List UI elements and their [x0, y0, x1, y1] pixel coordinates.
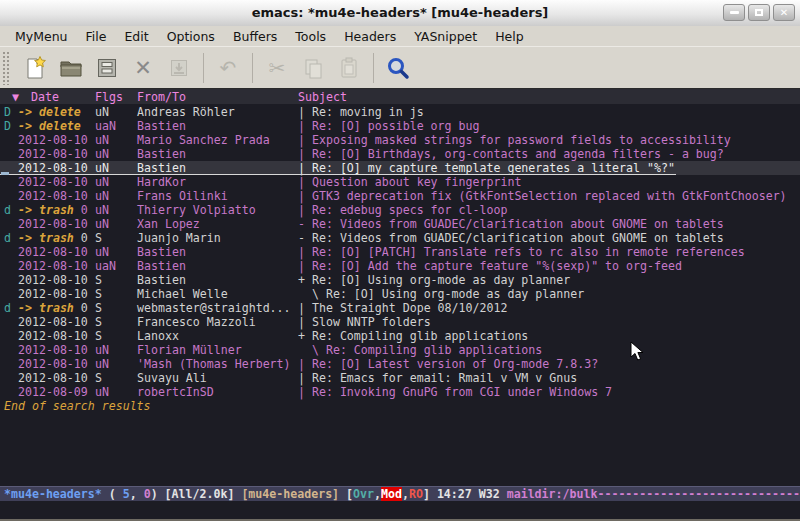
- save-button[interactable]: [94, 54, 120, 82]
- modeline-maildir: maildir:/bulk: [507, 487, 598, 501]
- message-row[interactable]: 2012-08-09 uN robertcInSD | Re: Invoking…: [0, 385, 800, 399]
- search-button[interactable]: [385, 54, 411, 82]
- save-icon: [95, 56, 119, 80]
- message-row[interactable]: 2012-08-10 uaN Bastien | Re: [O] Add the…: [0, 259, 800, 273]
- headers-header-line: ▼ Date Flgs From/To Subject: [0, 89, 800, 104]
- new-file-icon: [23, 56, 47, 80]
- message-row[interactable]: 2012-08-10 uN HardKor | Question about k…: [0, 175, 800, 189]
- modeline-major-mode: [mu4e-headers]: [241, 487, 339, 501]
- mouse-cursor: [630, 341, 644, 366]
- message-row[interactable]: 2012-08-10 uN Florian Müllner \ Re: Comp…: [0, 343, 800, 357]
- open-folder-icon: [59, 56, 83, 80]
- minimize-button[interactable]: [723, 4, 745, 21]
- modeline-modified-badge: Mod: [381, 487, 402, 501]
- window-title: emacs: *mu4e-headers* [mu4e-headers]: [0, 5, 800, 20]
- message-row[interactable]: 2012-08-10 uN Mario Sanchez Prada | Expo…: [0, 133, 800, 147]
- menu-item-buffers[interactable]: Buffers: [224, 28, 286, 45]
- message-row[interactable]: 2012-08-10 S Suvayu Ali | Re: Emacs for …: [0, 371, 800, 385]
- message-row[interactable]: 2012-08-10 uN Xan Lopez - Re: Videos fro…: [0, 217, 800, 231]
- echo-area[interactable]: [0, 501, 800, 519]
- message-row[interactable]: 2012-08-10 uN 'Mash (Thomas Herbert) | R…: [0, 357, 800, 371]
- save-as-button[interactable]: [166, 54, 192, 82]
- window-controls: ✕: [723, 4, 795, 21]
- modeline-column-number: 0: [144, 487, 151, 501]
- save-as-icon: [167, 56, 191, 80]
- message-row[interactable]: 2012-08-10 S Bastien + Re: [O] Using org…: [0, 273, 800, 287]
- close-file-icon: ✕: [134, 56, 152, 80]
- paste-icon: [337, 56, 361, 80]
- message-row[interactable]: 2012-08-10 S Michael Welle \ Re: [O] Usi…: [0, 287, 800, 301]
- minimize-icon: [730, 11, 739, 14]
- menubar: MyMenu File Edit Options Buffers Tools H…: [0, 26, 800, 46]
- close-icon: ✕: [780, 7, 788, 18]
- end-of-search-results: End of search results: [0, 399, 800, 413]
- column-header-date: Date: [31, 90, 59, 104]
- maximize-button[interactable]: [748, 4, 770, 21]
- menu-item-edit[interactable]: Edit: [115, 28, 157, 45]
- menu-item-headers[interactable]: Headers: [335, 28, 405, 45]
- column-header-flags: Flgs: [95, 90, 123, 104]
- paste-button[interactable]: [336, 54, 362, 82]
- toolbar-separator: [252, 53, 253, 83]
- modeline-ovr-indicator: Ovr: [353, 487, 374, 501]
- message-row[interactable]: d -> trash 0 S Juanjo Marin - Re: Videos…: [0, 231, 800, 245]
- message-row[interactable]: D -> delete uN Andreas Röhler | Re: movi…: [0, 105, 800, 119]
- modeline-buffer-name: *mu4e-headers*: [4, 487, 102, 501]
- close-file-button[interactable]: ✕: [130, 54, 156, 82]
- menu-item-tools[interactable]: Tools: [286, 28, 335, 45]
- toolbar-separator: [203, 53, 204, 83]
- maximize-icon: [755, 9, 763, 16]
- new-file-button[interactable]: [22, 54, 48, 82]
- open-folder-button[interactable]: [58, 54, 84, 82]
- modeline-line-number: 5: [123, 487, 130, 501]
- search-icon: [386, 56, 410, 80]
- message-row[interactable]: D -> delete uaN Bastien | Re: [O] possib…: [0, 119, 800, 133]
- close-button[interactable]: ✕: [773, 4, 795, 21]
- message-row[interactable]: 2012-08-10 S Francesco Mazzoli | Slow NN…: [0, 315, 800, 329]
- copy-icon: [301, 56, 325, 80]
- mode-line[interactable]: *mu4e-headers* ( 5, 0) [All/2.0k] [mu4e-…: [0, 486, 800, 501]
- emacs-window: emacs: *mu4e-headers* [mu4e-headers] ✕ M…: [0, 0, 800, 521]
- copy-button[interactable]: [300, 54, 326, 82]
- column-header-subject: Subject: [298, 90, 347, 104]
- cut-icon: ✂: [269, 56, 286, 80]
- menu-item-help[interactable]: Help: [486, 28, 533, 45]
- mu4e-headers-buffer: ▼ Date Flgs From/To Subject D -> delete …: [0, 89, 800, 519]
- column-header-from: From/To: [137, 90, 186, 104]
- toolbar-separator: [373, 53, 374, 83]
- message-row[interactable]: 2012-08-10 S Lanoxx + Re: Compiling glib…: [0, 329, 800, 343]
- message-row[interactable]: 2012-08-10 uN Bastien | Re: [O] Birthday…: [0, 147, 800, 161]
- modeline-filler-dashes: ----------------------------------------…: [597, 487, 800, 501]
- menu-item-mymenu[interactable]: MyMenu: [6, 28, 77, 45]
- undo-icon: ↶: [220, 56, 237, 80]
- menu-item-yasnippet[interactable]: YASnippet: [405, 28, 486, 45]
- cut-button[interactable]: ✂: [264, 54, 290, 82]
- message-row[interactable]: 2012-08-10 uN Frans Oilinki | GTK3 depre…: [0, 189, 800, 203]
- toolbar-drag-handle[interactable]: [2, 51, 11, 85]
- toolbar: ✕ ↶ ✂: [0, 46, 800, 89]
- modeline-readonly-indicator: RO: [409, 487, 423, 501]
- message-row[interactable]: 2012-08-10 uN Bastien | Re: [O] [PATCH] …: [0, 245, 800, 259]
- undo-button[interactable]: ↶: [215, 54, 241, 82]
- message-list: D -> delete uN Andreas Röhler | Re: movi…: [0, 105, 800, 413]
- message-row-current[interactable]: 2012-08-10 uN Bastien | Re: [O] my captu…: [0, 161, 800, 175]
- menu-item-file[interactable]: File: [77, 28, 116, 45]
- menu-item-options[interactable]: Options: [158, 28, 224, 45]
- sort-descending-icon: ▼: [12, 90, 19, 104]
- message-row[interactable]: d -> trash 0 uN Thierry Volpiatto | Re: …: [0, 203, 800, 217]
- titlebar: emacs: *mu4e-headers* [mu4e-headers] ✕: [0, 0, 800, 27]
- message-row[interactable]: d -> trash 0 S webmaster@straightd... | …: [0, 301, 800, 315]
